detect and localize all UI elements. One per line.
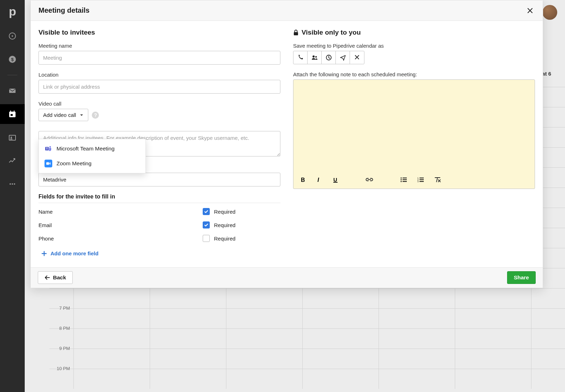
svg-point-16: [49, 146, 51, 148]
svg-rect-18: [294, 32, 298, 35]
nav-item-contacts[interactable]: [0, 127, 25, 147]
field-name: Phone: [38, 236, 54, 242]
send-icon: [340, 54, 346, 61]
bold-icon: B: [300, 177, 306, 183]
meeting-name-input[interactable]: [38, 51, 280, 65]
format-underline[interactable]: U: [332, 177, 339, 183]
required-label: Required: [214, 209, 236, 215]
required-checkbox[interactable]: [203, 235, 210, 242]
modal-header: Meeting details: [31, 0, 543, 21]
italic-icon: I: [316, 177, 322, 183]
time-label: 10 PM: [49, 366, 73, 371]
svg-point-20: [315, 56, 316, 58]
bulleted-list[interactable]: [400, 177, 407, 183]
meal-icon: [354, 54, 360, 61]
insert-link[interactable]: [365, 177, 373, 183]
video-call-option-zoom[interactable]: Zoom Meeting: [39, 156, 145, 171]
svg-point-30: [400, 181, 402, 182]
meeting-details-modal: Meeting details Visible to invitees Meet…: [30, 0, 543, 288]
field-row-name: Name Required: [38, 204, 280, 218]
location-group: Location: [38, 72, 280, 94]
video-call-option-teams[interactable]: T Microsoft Team Meeting: [39, 141, 145, 156]
company-input[interactable]: [38, 173, 280, 186]
nav-item-deals[interactable]: $: [0, 49, 25, 69]
pipedrive-logo: p: [6, 5, 19, 18]
nav-item-leads[interactable]: [0, 26, 25, 46]
svg-rect-39: [420, 181, 424, 182]
add-video-call-dropdown[interactable]: Add video call: [38, 109, 88, 121]
zoom-icon: [44, 160, 52, 167]
note-body[interactable]: [293, 80, 535, 171]
svg-point-22: [355, 55, 356, 56]
location-input[interactable]: [38, 80, 280, 94]
video-call-option-label: Microsoft Team Meeting: [56, 145, 114, 152]
visible-to-invitees-section: Visible to invitees Meeting name Locatio…: [38, 29, 280, 257]
close-icon: [527, 7, 533, 14]
svg-rect-7: [14, 111, 14, 112]
modal-title: Meeting details: [38, 6, 89, 14]
field-name: Email: [38, 222, 52, 228]
field-name: Name: [38, 209, 53, 215]
arrow-left-icon: [44, 275, 50, 280]
group-icon: [311, 54, 318, 61]
share-button[interactable]: Share: [507, 271, 536, 284]
lock-icon: [293, 29, 299, 36]
numbered-list-icon: 123: [417, 177, 424, 183]
nav-item-insights[interactable]: [0, 151, 25, 171]
field-row-phone: Phone Required: [38, 231, 280, 245]
svg-point-11: [10, 183, 11, 185]
svg-rect-31: [403, 178, 407, 178]
help-icon[interactable]: ?: [92, 112, 99, 119]
modal-footer: Back Share: [31, 267, 543, 288]
nav-item-more[interactable]: [0, 174, 25, 194]
required-checkbox[interactable]: [203, 221, 210, 228]
svg-rect-8: [11, 114, 13, 116]
svg-point-13: [14, 183, 15, 185]
clear-format[interactable]: [434, 177, 441, 183]
svg-rect-17: [46, 162, 49, 165]
nav-item-calendar[interactable]: [0, 104, 25, 124]
meeting-name-label: Meeting name: [38, 43, 280, 49]
modal-body: Visible to invitees Meeting name Locatio…: [31, 21, 543, 267]
back-label: Back: [53, 274, 66, 281]
svg-text:T: T: [46, 147, 48, 150]
nav-item-mail[interactable]: [0, 81, 25, 101]
video-call-label: Video call: [38, 101, 280, 107]
video-call-menu: T Microsoft Team Meeting Zoom Meeting: [38, 139, 146, 173]
check-icon: [204, 222, 209, 227]
time-label: 7 PM: [49, 305, 73, 311]
share-label: Share: [514, 274, 529, 281]
activity-type-email[interactable]: [336, 51, 350, 64]
back-button[interactable]: Back: [38, 271, 73, 284]
clear-format-icon: [434, 177, 441, 183]
svg-point-1: [12, 35, 13, 37]
required-label: Required: [214, 222, 236, 228]
add-field-button[interactable]: Add one more field: [38, 250, 99, 256]
video-call-option-label: Zoom Meeting: [56, 160, 91, 167]
save-as-group: Save meeting to Pipedrive calendar as: [293, 43, 535, 64]
activity-type-call[interactable]: [293, 51, 308, 64]
required-checkbox[interactable]: [203, 208, 210, 215]
numbered-list[interactable]: 123: [417, 177, 424, 183]
microsoft-teams-icon: T: [44, 145, 52, 153]
format-italic[interactable]: I: [316, 177, 322, 183]
note-editor: B I U 123: [293, 79, 535, 189]
add-video-call-label: Add video call: [43, 112, 76, 118]
plus-icon: [41, 251, 47, 256]
close-button[interactable]: [525, 6, 535, 16]
required-label: Required: [214, 236, 236, 242]
activity-type-meeting[interactable]: [308, 51, 322, 64]
format-bold[interactable]: B: [300, 177, 306, 183]
svg-text:B: B: [301, 177, 305, 183]
chart-icon: [8, 156, 17, 165]
nav-rail: p $: [0, 0, 25, 392]
check-icon: [204, 209, 209, 214]
user-avatar[interactable]: [542, 5, 557, 20]
more-icon: [8, 180, 17, 188]
activity-type-lunch[interactable]: [350, 51, 364, 64]
svg-rect-32: [403, 179, 407, 180]
note-label: Attach the following note to each schedu…: [293, 71, 535, 77]
section-title-invitees: Visible to invitees: [38, 29, 280, 36]
svg-rect-38: [420, 179, 424, 180]
activity-type-task[interactable]: [322, 51, 336, 64]
